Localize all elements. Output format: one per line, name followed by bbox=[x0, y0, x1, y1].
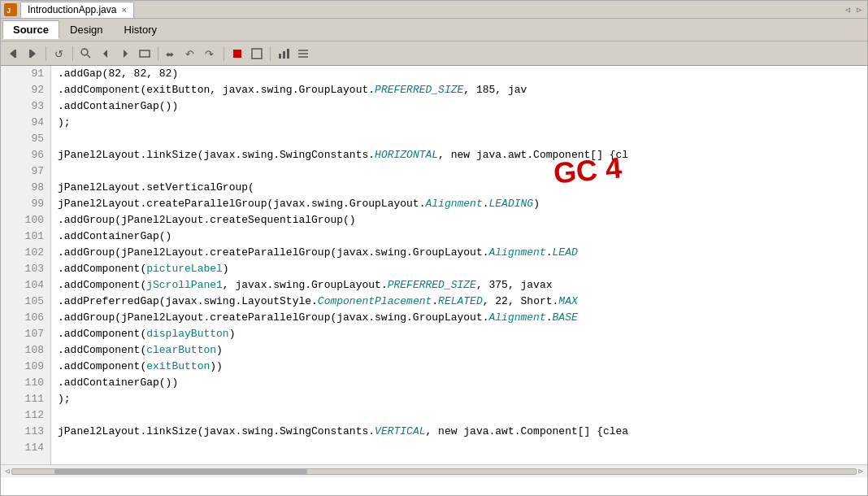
code-line: .addComponent(displayButton) bbox=[58, 326, 867, 342]
toolbar-toggle[interactable]: ⬌ bbox=[163, 45, 180, 63]
line-number: 92 bbox=[1, 82, 50, 98]
line-number: 103 bbox=[1, 261, 50, 277]
code-line: .addGap(82, 82, 82) bbox=[58, 66, 867, 82]
toolbar-find-next[interactable] bbox=[116, 45, 134, 63]
toolbar-sep2 bbox=[72, 46, 73, 61]
tab-bar: Source Design History bbox=[1, 19, 867, 41]
svg-rect-5 bbox=[29, 50, 31, 58]
toolbar-reload[interactable]: ↺ bbox=[50, 45, 68, 63]
code-line: .addComponent(jScrollPane1, javax.swing.… bbox=[58, 277, 867, 294]
svg-text:J: J bbox=[7, 7, 11, 15]
scrollbar-left-arrow[interactable]: ◁ bbox=[2, 467, 11, 476]
line-number: 105 bbox=[1, 294, 50, 310]
line-number: 112 bbox=[1, 407, 50, 424]
svg-line-8 bbox=[88, 54, 91, 58]
code-line: .addComponent(pictureLabel) bbox=[58, 261, 867, 277]
code-line: .addPreferredGap(javax.swing.LayoutStyle… bbox=[58, 294, 867, 310]
svg-rect-19 bbox=[287, 49, 289, 59]
svg-marker-9 bbox=[103, 50, 107, 58]
nav-right-icon[interactable]: ▷ bbox=[854, 3, 864, 16]
toolbar-chart[interactable] bbox=[275, 45, 293, 63]
code-line: .addGroup(jPanel2Layout.createSequential… bbox=[58, 212, 867, 228]
line-number: 111 bbox=[1, 391, 50, 407]
line-number: 104 bbox=[1, 277, 50, 294]
svg-point-7 bbox=[81, 49, 88, 55]
toolbar-find-sel[interactable] bbox=[136, 45, 154, 63]
line-number: 110 bbox=[1, 375, 50, 391]
line-number: 102 bbox=[1, 245, 50, 261]
tab-source[interactable]: Source bbox=[2, 20, 59, 39]
line-number: 114 bbox=[1, 440, 50, 456]
toolbar-sep1 bbox=[46, 46, 46, 61]
code-line: jPanel2Layout.createParallelGroup(javax.… bbox=[58, 196, 867, 212]
nav-left-icon[interactable]: ◁ bbox=[843, 3, 853, 16]
code-line: .addContainerGap()) bbox=[58, 98, 867, 115]
svg-text:↺: ↺ bbox=[54, 48, 63, 60]
code-line: .addGroup(jPanel2Layout.createParallelGr… bbox=[58, 245, 867, 261]
scrollbar-container: ◁ ▷ bbox=[1, 464, 867, 477]
toolbar-find-prev[interactable] bbox=[97, 45, 115, 63]
toolbar-undo[interactable]: ↶ bbox=[182, 45, 200, 63]
scrollbar-right-arrow[interactable]: ▷ bbox=[857, 467, 866, 476]
code-line: .addGroup(jPanel2Layout.createParallelGr… bbox=[58, 310, 867, 326]
app-window: J IntroductionApp.java × ◁ ▷ Source Desi… bbox=[0, 0, 868, 496]
code-line: jPanel2Layout.linkSize(javax.swing.Swing… bbox=[58, 424, 867, 440]
scrollbar-track[interactable] bbox=[11, 468, 856, 475]
line-number: 101 bbox=[1, 228, 50, 245]
code-line: ); bbox=[58, 391, 867, 407]
code-line: ); bbox=[58, 115, 867, 131]
svg-marker-4 bbox=[31, 50, 36, 58]
tab-history[interactable]: History bbox=[114, 20, 167, 39]
svg-rect-18 bbox=[283, 51, 285, 59]
nav-arrows: ◁ ▷ bbox=[843, 3, 864, 16]
svg-rect-15 bbox=[233, 50, 241, 58]
line-number: 96 bbox=[1, 147, 50, 163]
line-number: 109 bbox=[1, 359, 50, 375]
code-line bbox=[58, 407, 867, 424]
editor-container: 9192939495969798991001011021031041051061… bbox=[1, 66, 867, 464]
code-line: jPanel2Layout.setVerticalGroup( bbox=[58, 180, 867, 196]
scrollbar-thumb[interactable] bbox=[54, 469, 307, 474]
toolbar-redo[interactable]: ↷ bbox=[202, 45, 219, 63]
code-line bbox=[58, 131, 867, 147]
title-tab[interactable]: IntroductionApp.java × bbox=[20, 2, 134, 18]
line-number: 99 bbox=[1, 196, 50, 212]
svg-marker-10 bbox=[124, 50, 128, 58]
line-number: 95 bbox=[1, 131, 50, 147]
svg-text:⬌: ⬌ bbox=[166, 49, 174, 60]
code-line: .addComponent(clearButton) bbox=[58, 342, 867, 359]
toolbar-forward[interactable] bbox=[24, 45, 41, 63]
code-line bbox=[58, 163, 867, 180]
svg-text:↷: ↷ bbox=[205, 48, 214, 60]
line-number: 98 bbox=[1, 180, 50, 196]
tab-design[interactable]: Design bbox=[59, 20, 113, 39]
code-area[interactable]: .addGap(82, 82, 82) .addComponent(exitBu… bbox=[51, 66, 867, 464]
code-line: jPanel2Layout.linkSize(javax.swing.Swing… bbox=[58, 147, 867, 163]
line-number: 100 bbox=[1, 212, 50, 228]
toolbar-back[interactable] bbox=[4, 45, 22, 63]
line-number: 106 bbox=[1, 310, 50, 326]
toolbar: ↺ ⬌ ↶ ↷ bbox=[1, 41, 867, 66]
toolbar-run[interactable] bbox=[248, 45, 266, 63]
line-number: 108 bbox=[1, 342, 50, 359]
line-number: 107 bbox=[1, 326, 50, 342]
code-line: .addContainerGap()) bbox=[58, 375, 867, 391]
toolbar-sep3 bbox=[158, 46, 158, 61]
line-number: 113 bbox=[1, 424, 50, 440]
line-number: 91 bbox=[1, 66, 50, 82]
code-line: .addComponent(exitButton, javax.swing.Gr… bbox=[58, 82, 867, 98]
toolbar-find[interactable] bbox=[77, 45, 95, 63]
svg-rect-3 bbox=[15, 50, 16, 58]
line-number: 94 bbox=[1, 115, 50, 131]
toolbar-extra[interactable] bbox=[294, 45, 312, 63]
line-numbers: 9192939495969798991001011021031041051061… bbox=[1, 66, 51, 464]
tab-close-btn[interactable]: × bbox=[121, 5, 126, 15]
svg-rect-17 bbox=[279, 54, 281, 59]
code-line: .addContainerGap() bbox=[58, 228, 867, 245]
toolbar-stop[interactable] bbox=[228, 45, 246, 63]
tab-filename: IntroductionApp.java bbox=[28, 4, 116, 15]
toolbar-sep5 bbox=[270, 46, 271, 61]
svg-rect-16 bbox=[252, 49, 262, 59]
line-number: 93 bbox=[1, 98, 50, 115]
code-line: .addComponent(exitButton)) bbox=[58, 359, 867, 375]
